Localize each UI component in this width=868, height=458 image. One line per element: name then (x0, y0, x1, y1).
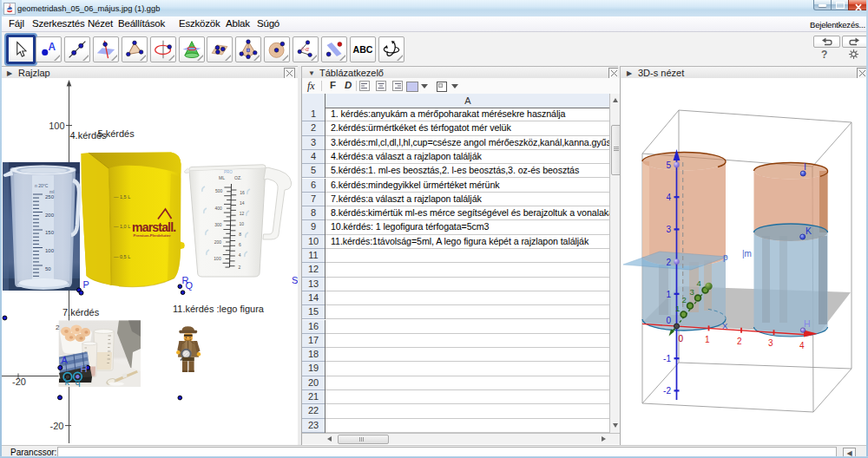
svg-text:12: 12 (240, 211, 245, 216)
svg-text:— 0,5 L: — 0,5 L (114, 254, 130, 259)
svg-text:400: 400 (215, 206, 223, 211)
svg-text:p: p (723, 252, 728, 262)
svg-text:α: α (306, 45, 310, 53)
svg-text:-2: -2 (663, 386, 671, 396)
svg-text:16: 16 (240, 190, 245, 195)
svg-text:1: 1 (675, 304, 680, 313)
svg-text:H: H (81, 363, 88, 374)
svg-text:OZ.: OZ. (234, 175, 241, 180)
svg-text:250: 250 (45, 194, 55, 200)
svg-text:-20: -20 (50, 421, 64, 431)
svg-text:3: 3 (666, 225, 671, 234)
svg-text:150: 150 (45, 230, 55, 235)
svg-text:2: 2 (666, 258, 671, 267)
svg-text:8: 8 (239, 232, 241, 237)
svg-text:4: 4 (239, 252, 241, 258)
svg-text:-20: -20 (12, 376, 26, 387)
svg-text:4: 4 (697, 278, 701, 288)
svg-text:4: 4 (666, 193, 671, 202)
svg-text:|m: |m (742, 249, 752, 258)
svg-text:P: P (83, 279, 89, 290)
svg-text:2: 2 (737, 337, 742, 346)
svg-text:— 1,0 L: — 1,0 L (114, 224, 130, 229)
svg-text:14: 14 (240, 200, 245, 206)
svg-text:100: 100 (214, 256, 221, 261)
svg-text:— 1,5 L: — 1,5 L (114, 194, 130, 200)
svg-text:X: X (722, 321, 728, 330)
svg-text:marstall.: marstall. (132, 220, 175, 234)
svg-text:A: A (49, 41, 56, 53)
svg-text:-1: -1 (663, 354, 671, 363)
svg-text:100: 100 (49, 121, 64, 131)
svg-text:1: 1 (666, 290, 671, 299)
svg-text:ABC: ABC (353, 44, 373, 55)
svg-text:300: 300 (214, 222, 222, 227)
svg-text:2: 2 (56, 324, 60, 331)
svg-text:5.kérdés: 5.kérdés (98, 128, 135, 139)
svg-text:11.kérdés :lego figura: 11.kérdés :lego figura (173, 304, 265, 314)
svg-text:2: 2 (239, 265, 241, 270)
svg-text:k: k (65, 376, 70, 387)
svg-text:A: A (62, 355, 69, 365)
svg-text:K: K (806, 226, 812, 236)
svg-text:Q: Q (186, 280, 194, 291)
svg-text:5: 5 (666, 160, 671, 170)
svg-text:50: 50 (45, 266, 51, 272)
svg-text:q: q (76, 376, 81, 387)
svg-text:100: 100 (45, 248, 55, 253)
svg-text:0: 0 (679, 334, 684, 344)
svg-text:n 20°C: n 20°C (35, 183, 49, 188)
svg-text:500: 500 (215, 188, 223, 193)
svg-text:I: I (804, 161, 806, 172)
svg-text:3: 3 (690, 287, 694, 297)
svg-text:10: 10 (240, 221, 245, 226)
svg-text:3: 3 (768, 338, 773, 348)
svg-text:Premium-Pferdefutter: Premium-Pferdefutter (134, 233, 171, 238)
svg-text:200: 200 (45, 213, 55, 218)
svg-text:PRO: PRO (224, 170, 233, 174)
svg-text:200: 200 (214, 239, 222, 245)
svg-text:ML: ML (219, 175, 225, 180)
svg-text:6: 6 (239, 242, 241, 247)
svg-text:0: 0 (666, 316, 671, 325)
svg-text:2: 2 (682, 295, 687, 304)
svg-text:4: 4 (799, 341, 805, 350)
svg-text:1: 1 (705, 335, 710, 344)
svg-text:H: H (804, 318, 811, 329)
svg-text:S: S (292, 275, 298, 285)
svg-text:7.kérdés: 7.kérdés (62, 307, 100, 317)
